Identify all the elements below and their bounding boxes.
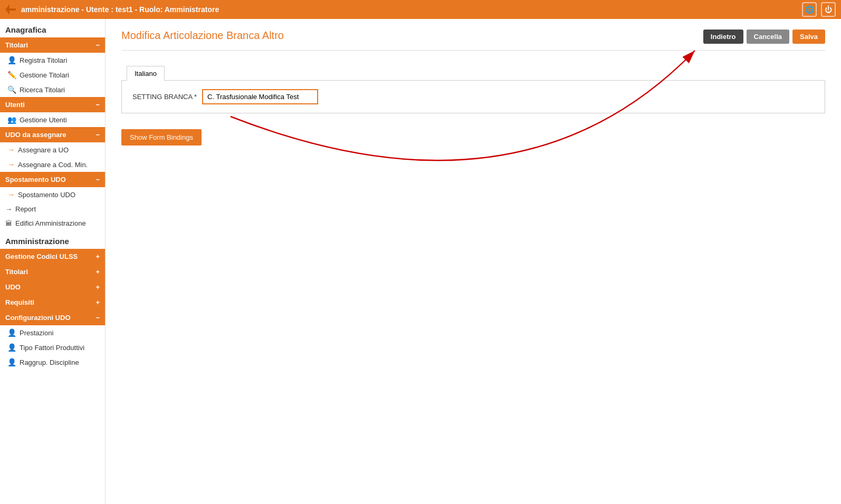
- globe-icon-button[interactable]: 🌐: [802, 2, 817, 17]
- setting-branca-input[interactable]: [202, 89, 318, 104]
- sidebar-group-spostamento-udo-label: Spostamento UDO: [5, 176, 66, 183]
- sidebar-item-assegnare-uo[interactable]: → Assegnare a UO: [0, 142, 105, 157]
- search-icon: 🔍: [7, 85, 16, 94]
- sidebar-item-report[interactable]: → Report: [0, 202, 105, 216]
- sidebar-item-label: Registra Titolari: [20, 56, 67, 64]
- topbar: amministrazione - Utente : test1 - Ruolo…: [0, 0, 841, 19]
- sidebar-item-gestione-titolari[interactable]: ✏️ Gestione Titolari: [0, 67, 105, 82]
- sidebar-group-udo-admin-toggle: +: [95, 283, 100, 291]
- sidebar-group-configurazioni-toggle: −: [95, 314, 100, 322]
- sidebar-group-udo-assegnare-label: UDO da assegnare: [5, 131, 66, 139]
- sidebar-group-udo-assegnare[interactable]: UDO da assegnare −: [0, 127, 105, 142]
- arrow-icon: →: [7, 190, 15, 199]
- sidebar-item-label: Assegnare a UO: [18, 146, 69, 154]
- salva-button[interactable]: Salva: [792, 30, 825, 44]
- sidebar-group-titolari-admin-label: Titolari: [5, 268, 28, 276]
- sidebar-group-utenti-toggle: −: [95, 101, 100, 109]
- sidebar-group-utenti-label: Utenti: [5, 101, 25, 109]
- user-icon: 👤: [7, 358, 16, 366]
- sidebar-group-titolari[interactable]: Titolari −: [0, 37, 105, 53]
- sidebar-item-tipo-fattori-produttivi[interactable]: 👤 Tipo Fattori Produttivi: [0, 340, 105, 355]
- building-icon: 🏛: [5, 219, 12, 227]
- form-inner: SETTING BRANCA *: [122, 81, 825, 113]
- topbar-title: amministrazione - Utente : test1 - Ruolo…: [21, 5, 802, 14]
- header-buttons: Indietro Cancella Salva: [703, 30, 825, 44]
- sidebar-group-requisiti[interactable]: Requisiti +: [0, 295, 105, 310]
- sidebar-item-label: Gestione Utenti: [20, 116, 67, 124]
- setting-branca-label: SETTING BRANCA *: [132, 93, 197, 101]
- sidebar-group-configurazioni-label: Configurazioni UDO: [5, 314, 71, 322]
- back-arrow-icon[interactable]: [5, 4, 16, 15]
- amministrazione-section-title: Amministrazione: [0, 230, 105, 249]
- sidebar-group-titolari-admin-toggle: +: [95, 268, 100, 276]
- sidebar-item-spostamento-udo[interactable]: → Spostamento UDO: [0, 187, 105, 202]
- sidebar-group-gestione-codici-toggle: +: [95, 253, 100, 260]
- sidebar: Anagrafica Titolari − 👤 Registra Titolar…: [0, 19, 106, 504]
- sidebar-item-raggrup-discipline[interactable]: 👤 Raggrup. Discipline: [0, 355, 105, 370]
- cancella-button[interactable]: Cancella: [747, 30, 789, 44]
- content-header: Modifica Articolazione Branca Altro Indi…: [121, 30, 825, 51]
- user-icon: 👤: [7, 343, 16, 352]
- user-icon: 👤: [7, 328, 16, 337]
- sidebar-item-ricerca-titolari[interactable]: 🔍 Ricerca Titolari: [0, 82, 105, 97]
- power-icon-button[interactable]: ⏻: [821, 2, 836, 17]
- sidebar-group-requisiti-toggle: +: [95, 298, 100, 306]
- sidebar-item-label: Tipo Fattori Produttivi: [20, 344, 84, 352]
- sidebar-item-label: Assegnare a Cod. Min.: [18, 161, 88, 169]
- content-area: Modifica Articolazione Branca Altro Indi…: [106, 19, 841, 504]
- sidebar-item-assegnare-cod-min[interactable]: → Assegnare a Cod. Min.: [0, 157, 105, 172]
- arrow-icon: →: [5, 205, 12, 213]
- sidebar-group-configurazioni-udo[interactable]: Configurazioni UDO −: [0, 310, 105, 325]
- sidebar-item-label: Prestazioni: [20, 329, 53, 337]
- topbar-icons: 🌐 ⏻: [802, 2, 836, 17]
- sidebar-group-udo-assegnare-toggle: −: [95, 131, 100, 139]
- sidebar-item-label: Spostamento UDO: [18, 191, 75, 199]
- arrow-icon: →: [7, 160, 15, 169]
- sidebar-group-titolari-toggle: −: [95, 41, 100, 49]
- indietro-button[interactable]: Indietro: [703, 30, 743, 44]
- anagrafica-section-title: Anagrafica: [0, 19, 105, 37]
- sidebar-item-label: Edifici Amministrazione: [15, 219, 86, 227]
- form-section: SETTING BRANCA *: [121, 80, 825, 113]
- form-tab-italiano[interactable]: Italiano: [127, 66, 165, 81]
- sidebar-item-label: Report: [15, 205, 36, 213]
- sidebar-group-gestione-codici-ulss[interactable]: Gestione Codici ULSS +: [0, 249, 105, 264]
- sidebar-group-spostamento-udo-toggle: −: [95, 176, 100, 183]
- show-form-bindings-button[interactable]: Show Form Bindings: [121, 129, 202, 146]
- users-icon: 👥: [7, 115, 16, 124]
- sidebar-item-label: Gestione Titolari: [20, 71, 69, 79]
- user-icon: 👤: [7, 56, 16, 64]
- sidebar-group-requisiti-label: Requisiti: [5, 298, 34, 306]
- sidebar-group-titolari-label: Titolari: [5, 41, 28, 49]
- sidebar-item-registra-titolari[interactable]: 👤 Registra Titolari: [0, 53, 105, 67]
- sidebar-group-titolari-admin[interactable]: Titolari +: [0, 264, 105, 279]
- page-title: Modifica Articolazione Branca Altro: [121, 30, 284, 42]
- main-layout: Anagrafica Titolari − 👤 Registra Titolar…: [0, 19, 841, 504]
- sidebar-item-edifici[interactable]: 🏛 Edifici Amministrazione: [0, 216, 105, 230]
- sidebar-item-gestione-utenti[interactable]: 👥 Gestione Utenti: [0, 112, 105, 127]
- sidebar-item-prestazioni[interactable]: 👤 Prestazioni: [0, 325, 105, 340]
- sidebar-group-spostamento-udo[interactable]: Spostamento UDO −: [0, 172, 105, 187]
- edit-icon: ✏️: [7, 71, 16, 79]
- sidebar-group-gestione-codici-label: Gestione Codici ULSS: [5, 253, 78, 260]
- sidebar-item-label: Ricerca Titolari: [20, 86, 65, 94]
- sidebar-group-udo-admin-label: UDO: [5, 283, 21, 291]
- arrow-icon: →: [7, 146, 15, 154]
- form-wrapper: Italiano SETTING BRANCA *: [121, 61, 825, 113]
- sidebar-group-utenti[interactable]: Utenti −: [0, 97, 105, 112]
- sidebar-group-udo-admin[interactable]: UDO +: [0, 279, 105, 295]
- sidebar-item-label: Raggrup. Discipline: [20, 358, 79, 366]
